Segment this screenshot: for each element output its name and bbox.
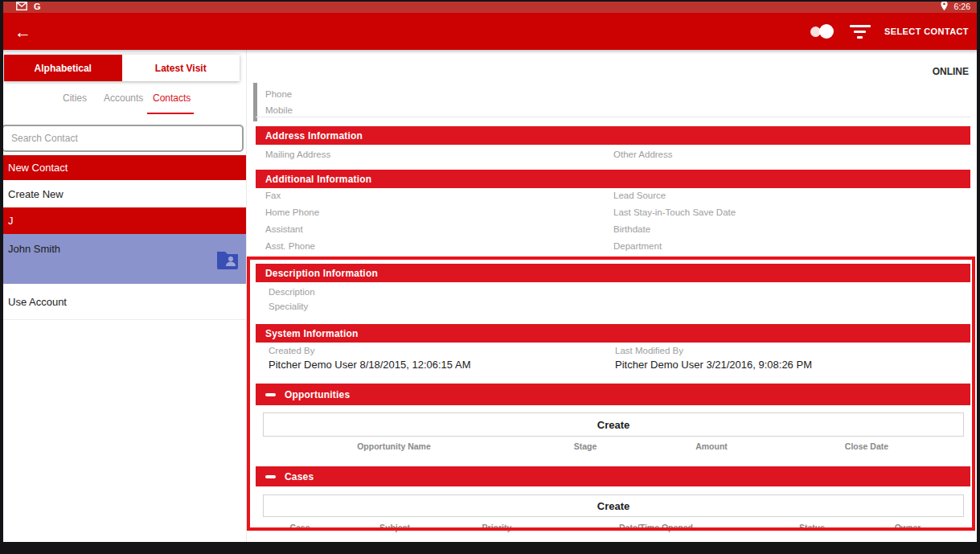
- field-label-birthdate: Birthdate: [613, 221, 650, 237]
- field-label-created-by: Created By: [269, 343, 315, 359]
- subtab-contacts-underline: [147, 113, 194, 114]
- online-toggle-icon[interactable]: [809, 23, 836, 39]
- field-label-phone: Phone: [265, 86, 292, 102]
- section-header-address: Address Information: [256, 126, 970, 145]
- list-section-j: J: [0, 207, 246, 234]
- section-title: Opportunities: [285, 389, 350, 400]
- field-label-other-address: Other Address: [613, 146, 673, 162]
- search-input[interactable]: [2, 125, 244, 152]
- list-item-create-new[interactable]: Create New: [0, 180, 246, 207]
- col-header-priority: Priority: [482, 523, 512, 532]
- gmail-icon: [16, 0, 27, 14]
- field-label-assistant: Assistant: [265, 221, 303, 237]
- frame-edge: [0, 0, 980, 2]
- panel-divider: [246, 50, 247, 542]
- frame-edge: [0, 0, 3, 554]
- google-icon: G: [34, 2, 41, 11]
- section-header-opportunities[interactable]: Opportunities: [256, 384, 970, 405]
- col-header-status: Status: [799, 523, 825, 532]
- subtab-accounts[interactable]: Accounts: [104, 92, 143, 104]
- app-toolbar: ← SELECT CONTACT: [0, 13, 980, 50]
- col-header-subject: Subject: [379, 523, 410, 532]
- col-header-stage: Stage: [574, 441, 597, 451]
- contact-folder-icon[interactable]: [215, 249, 240, 273]
- section-title: System Information: [265, 328, 359, 339]
- field-label-department: Department: [613, 238, 662, 254]
- section-title: Description Information: [265, 268, 378, 279]
- create-opportunity-button[interactable]: Create: [263, 412, 964, 437]
- frame-edge: [0, 542, 980, 554]
- list-item-new-contact[interactable]: New Contact: [0, 155, 246, 180]
- subtab-contacts[interactable]: Contacts: [153, 92, 191, 104]
- toolbar-actions: SELECT CONTACT: [809, 23, 969, 39]
- field-value-last-modified-by: Pitcher Demo User 3/21/2016, 9:08:26 PM: [615, 358, 812, 372]
- location-icon: [941, 0, 948, 14]
- field-label-asst-phone: Asst. Phone: [265, 238, 315, 254]
- status-bar-left: G: [16, 0, 41, 14]
- field-label-mailing-address: Mailing Address: [265, 146, 330, 162]
- section-header-system: System Information: [256, 324, 970, 343]
- col-header-owner: Owner: [895, 523, 921, 532]
- list-divider: [0, 319, 246, 320]
- field-label-home-phone: Home Phone: [265, 204, 319, 220]
- content-divider: [256, 117, 970, 117]
- col-header-opportunity-name: Opportunity Name: [357, 441, 431, 451]
- filter-icon[interactable]: [849, 25, 871, 39]
- section-header-cases[interactable]: Cases: [256, 466, 970, 486]
- select-contact-button[interactable]: SELECT CONTACT: [884, 27, 969, 36]
- col-header-date-time-opened: Date/Time Opened: [619, 523, 693, 532]
- back-arrow-icon[interactable]: ←: [14, 23, 31, 40]
- sort-tabbar: Alphabetical Latest Visit: [4, 55, 240, 81]
- field-value-created-by: Pitcher Demo User 8/18/2015, 12:06:15 AM: [269, 358, 470, 372]
- tab-latest-visit[interactable]: Latest Visit: [122, 55, 240, 81]
- section-header-description: Description Information: [256, 264, 970, 282]
- col-header-amount: Amount: [695, 441, 728, 451]
- frame-edge: [977, 0, 980, 554]
- list-item-john-smith[interactable]: John Smith: [0, 234, 246, 284]
- section-title: Additional Information: [265, 174, 371, 185]
- subtab-cities[interactable]: Cities: [63, 92, 87, 104]
- status-bar-right: 6:26: [941, 0, 970, 14]
- field-label-lead-source: Lead Source: [613, 187, 666, 203]
- collapse-minus-icon[interactable]: [265, 475, 276, 478]
- collapse-minus-icon[interactable]: [265, 393, 276, 396]
- field-label-fax: Fax: [265, 187, 281, 203]
- field-label-description: Description: [269, 284, 315, 300]
- col-header-case: Case: [289, 523, 310, 532]
- field-label-mobile: Mobile: [265, 102, 293, 118]
- clock-time: 6:26: [954, 2, 970, 11]
- section-title: Address Information: [265, 130, 363, 142]
- field-label-speciality: Speciality: [269, 298, 308, 314]
- app-screen: G 6:26 ← SELECT CONTACT Alphabetical Lat…: [0, 0, 980, 554]
- col-header-close-date: Close Date: [845, 441, 888, 451]
- online-status-badge: ONLINE: [933, 66, 969, 77]
- section-header-additional: Additional Information: [256, 170, 970, 188]
- status-bar: G 6:26: [0, 0, 980, 13]
- field-label-last-modified-by: Last Modified By: [615, 343, 683, 359]
- tab-alphabetical[interactable]: Alphabetical: [4, 55, 122, 81]
- section-title: Cases: [285, 471, 314, 482]
- list-item-use-account[interactable]: Use Account: [0, 284, 246, 319]
- field-label-last-stay-in-touch: Last Stay-in-Touch Save Date: [613, 204, 736, 220]
- create-case-button[interactable]: Create: [263, 494, 964, 517]
- scrollbar-thumb[interactable]: [253, 83, 257, 121]
